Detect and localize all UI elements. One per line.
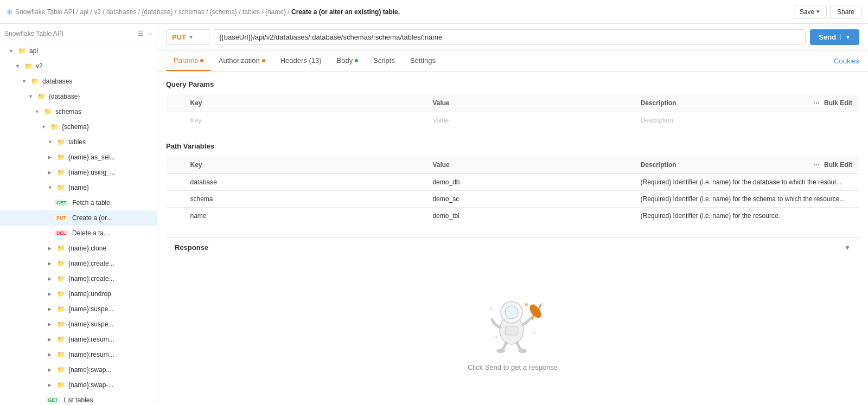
more-icon[interactable]: ··· [147, 30, 152, 37]
sidebar-item-label: Delete a ta... [72, 229, 109, 237]
tab-scripts[interactable]: Scripts [366, 51, 403, 71]
sidebar-item-databases[interactable]: ▼ 📁 databases [0, 74, 157, 89]
sidebar-item-label: schemas [55, 108, 81, 115]
cookies-link[interactable]: Cookies [834, 57, 859, 65]
url-input[interactable] [214, 29, 806, 45]
menu-icon[interactable]: ☰ [138, 30, 144, 37]
sidebar-item-name-create2[interactable]: ▶ 📁 {name}:create... [0, 271, 157, 286]
folder-icon: 📁 [57, 245, 65, 252]
more-options-icon[interactable]: ··· [813, 160, 820, 169]
response-header[interactable]: Response ▼ [166, 237, 859, 257]
folder-icon: 📁 [37, 93, 46, 100]
send-dropdown-arrow: ▼ [840, 34, 851, 40]
sidebar-item-label: {name}:clone [68, 245, 106, 252]
sidebar-item-name-folder[interactable]: ▼ 📁 {name} [0, 180, 157, 195]
bulk-edit-button[interactable]: Bulk Edit [824, 161, 852, 169]
tab-params[interactable]: Params [166, 51, 211, 71]
svg-rect-10 [505, 326, 518, 335]
sidebar-item-v2[interactable]: ▼ 📁 v2 [0, 59, 157, 74]
value-cell[interactable]: demo_db [426, 174, 634, 191]
sidebar-item-label: api [29, 47, 38, 55]
sidebar-item-schema[interactable]: ▼ 📁 {schema} [0, 119, 157, 134]
check-cell [167, 112, 184, 129]
expand-arrow: ▶ [48, 367, 55, 372]
empty-response: Click Send to get a response [166, 257, 859, 393]
key-cell[interactable]: Key [184, 112, 426, 129]
sidebar-item-name-using[interactable]: ▶ 📁 {name}:using_... [0, 165, 157, 180]
sidebar-header: Snowflake Table API ☰ ··· [0, 24, 157, 43]
folder-icon: 📁 [57, 290, 65, 298]
sidebar-item-name-clone[interactable]: ▶ 📁 {name}:clone [0, 241, 157, 256]
tab-authorization[interactable]: Authorization [211, 51, 273, 71]
method-label: PUT [172, 33, 186, 41]
send-button[interactable]: Send ▼ [810, 29, 859, 45]
sidebar-item-schemas[interactable]: ▼ 📁 schemas [0, 104, 157, 119]
share-button[interactable]: Share [830, 5, 861, 19]
top-bar-actions: Save ▼ Share [794, 5, 861, 19]
expand-arrow: ▶ [48, 322, 55, 327]
expand-arrow: ▼ [48, 185, 55, 190]
tab-settings[interactable]: Settings [403, 51, 443, 71]
expand-arrow: ▼ [41, 124, 49, 130]
check-cell [167, 174, 184, 191]
path-variables-title: Path Variables [166, 142, 859, 150]
value-cell[interactable]: demo_tbl [426, 208, 634, 224]
value-cell[interactable]: Value [426, 112, 634, 129]
sidebar-item-name-resum1[interactable]: ▶ 📁 {name}:resum... [0, 332, 157, 347]
method-badge-get: GET [54, 200, 69, 206]
tab-body[interactable]: Body [329, 51, 366, 71]
folder-icon: 📁 [57, 320, 65, 328]
sidebar-item-name-create1[interactable]: ▶ 📁 {name}:create... [0, 256, 157, 271]
sidebar-item-put-create[interactable]: PUT Create a (or... [0, 210, 157, 226]
method-dropdown-arrow: ▼ [188, 34, 194, 40]
sidebar-item-api[interactable]: ▼ 📁 api [0, 43, 157, 59]
expand-arrow: ▼ [22, 79, 29, 84]
sidebar-item-name-resum2[interactable]: ▶ 📁 {name}:resum... [0, 347, 157, 362]
more-options-icon[interactable]: ··· [813, 99, 820, 107]
value-cell[interactable]: demo_sc [426, 191, 634, 208]
expand-arrow: ▶ [48, 170, 55, 175]
sidebar-item-database[interactable]: ▼ 📁 {database} [0, 89, 157, 104]
check-col-header [167, 156, 184, 174]
sidebar-item-label: tables [68, 138, 86, 146]
expand-arrow: ▶ [48, 276, 55, 281]
desc-cell: (Required) Identifier (i.e. name) for th… [634, 191, 859, 208]
svg-point-4 [496, 349, 505, 353]
desc-cell[interactable]: Description [634, 112, 859, 129]
sidebar-item-get-fetch[interactable]: GET Fetch a table. [0, 195, 157, 210]
empty-response-label: Click Send to get a response [468, 363, 558, 371]
folder-icon: 📁 [57, 275, 65, 282]
method-select[interactable]: PUT ▼ [166, 29, 209, 45]
key-cell: database [184, 174, 426, 191]
right-content: PUT ▼ Send ▼ Params Authorization Header… [157, 24, 868, 405]
sidebar-item-get-list[interactable]: GET List tables [0, 393, 157, 405]
key-cell: name [184, 208, 426, 224]
svg-point-2 [505, 306, 518, 319]
sidebar-item-name-suspe1[interactable]: ▶ 📁 {name}:suspe... [0, 301, 157, 317]
sidebar-item-tables[interactable]: ▼ 📁 tables [0, 134, 157, 150]
sidebar-item-name-swap2[interactable]: ▶ 📁 {name}:swap-... [0, 377, 157, 393]
sidebar-item-name-undrop[interactable]: ▶ 📁 {name}:undrop [0, 286, 157, 301]
expand-arrow: ▶ [48, 306, 55, 312]
url-bar: PUT ▼ Send ▼ [157, 24, 868, 51]
tab-headers[interactable]: Headers (13) [273, 51, 329, 71]
value-col-header: Value [426, 94, 634, 112]
sidebar-item-label: {name}:resum... [68, 351, 114, 358]
sidebar-item-name-as-sel[interactable]: ▶ 📁 {name}:as_sel... [0, 150, 157, 165]
folder-icon: 📁 [57, 153, 65, 161]
folder-icon: 📁 [57, 336, 65, 343]
sidebar-item-label: {name}:swap-... [68, 381, 113, 389]
sidebar-item-name-suspe2[interactable]: ▶ 📁 {name}:suspe... [0, 317, 157, 332]
sidebar-item-del-delete[interactable]: DEL Delete a ta... [0, 226, 157, 241]
save-button[interactable]: Save ▼ [794, 5, 827, 19]
sidebar-item-label: Fetch a table. [73, 199, 112, 207]
folder-icon: 📁 [57, 138, 65, 146]
method-badge-get: GET [46, 397, 60, 403]
desc-col-header: Description ··· Bulk Edit [634, 94, 859, 112]
folder-icon: 📁 [57, 366, 65, 374]
check-cell [167, 191, 184, 208]
bulk-edit-button[interactable]: Bulk Edit [824, 99, 852, 107]
sidebar-item-name-swap1[interactable]: ▶ 📁 {name}:swap... [0, 362, 157, 377]
sidebar-item-label: {name}:as_sel... [68, 153, 115, 161]
folder-icon: 📁 [31, 78, 39, 85]
